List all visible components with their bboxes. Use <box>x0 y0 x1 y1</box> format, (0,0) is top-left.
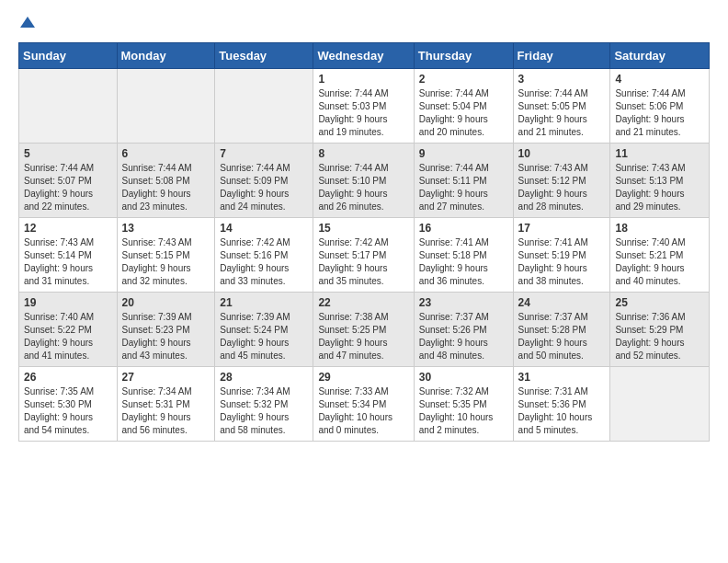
calendar-cell: 3Sunrise: 7:44 AM Sunset: 5:05 PM Daylig… <box>513 69 610 144</box>
day-info: Sunrise: 7:44 AM Sunset: 5:09 PM Dayligh… <box>220 162 308 213</box>
calendar-cell <box>215 69 313 144</box>
day-number: 6 <box>122 147 210 160</box>
day-info: Sunrise: 7:42 AM Sunset: 5:16 PM Dayligh… <box>220 236 308 288</box>
day-info: Sunrise: 7:37 AM Sunset: 5:28 PM Dayligh… <box>518 311 606 362</box>
day-of-week-wednesday: Wednesday <box>313 43 414 69</box>
day-info: Sunrise: 7:43 AM Sunset: 5:13 PM Dayligh… <box>615 162 704 213</box>
day-number: 2 <box>419 73 508 86</box>
day-info: Sunrise: 7:32 AM Sunset: 5:35 PM Dayligh… <box>419 385 508 437</box>
day-of-week-saturday: Saturday <box>610 43 710 69</box>
day-info: Sunrise: 7:34 AM Sunset: 5:32 PM Dayligh… <box>220 385 308 437</box>
calendar-cell: 27Sunrise: 7:34 AM Sunset: 5:31 PM Dayli… <box>117 367 215 442</box>
day-number: 4 <box>615 73 704 86</box>
calendar-cell: 22Sunrise: 7:38 AM Sunset: 5:25 PM Dayli… <box>313 293 414 367</box>
calendar-cell: 9Sunrise: 7:44 AM Sunset: 5:11 PM Daylig… <box>414 144 513 218</box>
calendar-cell: 4Sunrise: 7:44 AM Sunset: 5:06 PM Daylig… <box>610 69 710 144</box>
header <box>18 15 710 33</box>
day-number: 10 <box>518 147 606 160</box>
calendar-cell: 18Sunrise: 7:40 AM Sunset: 5:21 PM Dayli… <box>610 218 710 293</box>
day-of-week-thursday: Thursday <box>414 43 513 69</box>
svg-marker-0 <box>20 17 35 28</box>
day-number: 25 <box>615 296 704 309</box>
day-info: Sunrise: 7:43 AM Sunset: 5:15 PM Dayligh… <box>122 236 210 288</box>
day-of-week-tuesday: Tuesday <box>215 43 313 69</box>
calendar-cell: 11Sunrise: 7:43 AM Sunset: 5:13 PM Dayli… <box>610 144 710 218</box>
calendar-cell: 6Sunrise: 7:44 AM Sunset: 5:08 PM Daylig… <box>117 144 215 218</box>
day-number: 19 <box>24 296 112 309</box>
day-of-week-sunday: Sunday <box>19 43 118 69</box>
calendar-cell: 5Sunrise: 7:44 AM Sunset: 5:07 PM Daylig… <box>19 144 118 218</box>
calendar-cell: 17Sunrise: 7:41 AM Sunset: 5:19 PM Dayli… <box>513 218 610 293</box>
calendar-cell: 23Sunrise: 7:37 AM Sunset: 5:26 PM Dayli… <box>414 293 513 367</box>
logo-icon <box>20 15 35 29</box>
calendar-cell: 30Sunrise: 7:32 AM Sunset: 5:35 PM Dayli… <box>414 367 513 442</box>
calendar-cell: 7Sunrise: 7:44 AM Sunset: 5:09 PM Daylig… <box>215 144 313 218</box>
calendar-cell: 1Sunrise: 7:44 AM Sunset: 5:03 PM Daylig… <box>313 69 414 144</box>
day-info: Sunrise: 7:44 AM Sunset: 5:08 PM Dayligh… <box>122 162 210 213</box>
calendar-cell: 19Sunrise: 7:40 AM Sunset: 5:22 PM Dayli… <box>19 293 118 367</box>
day-info: Sunrise: 7:33 AM Sunset: 5:34 PM Dayligh… <box>318 385 408 437</box>
week-row-3: 12Sunrise: 7:43 AM Sunset: 5:14 PM Dayli… <box>19 218 710 293</box>
calendar-cell: 2Sunrise: 7:44 AM Sunset: 5:04 PM Daylig… <box>414 69 513 144</box>
day-of-week-friday: Friday <box>513 43 610 69</box>
day-info: Sunrise: 7:39 AM Sunset: 5:23 PM Dayligh… <box>122 311 210 362</box>
calendar-cell: 14Sunrise: 7:42 AM Sunset: 5:16 PM Dayli… <box>215 218 313 293</box>
day-info: Sunrise: 7:44 AM Sunset: 5:05 PM Dayligh… <box>518 87 606 139</box>
calendar-cell: 21Sunrise: 7:39 AM Sunset: 5:24 PM Dayli… <box>215 293 313 367</box>
day-number: 8 <box>318 147 408 160</box>
day-info: Sunrise: 7:44 AM Sunset: 5:07 PM Dayligh… <box>24 162 112 213</box>
logo <box>18 15 35 33</box>
page-container: SundayMondayTuesdayWednesdayThursdayFrid… <box>0 0 728 451</box>
day-number: 22 <box>318 296 408 309</box>
day-number: 23 <box>419 296 508 309</box>
day-number: 12 <box>24 222 112 235</box>
day-number: 7 <box>220 147 308 160</box>
calendar-cell: 20Sunrise: 7:39 AM Sunset: 5:23 PM Dayli… <box>117 293 215 367</box>
day-info: Sunrise: 7:35 AM Sunset: 5:30 PM Dayligh… <box>24 385 112 437</box>
day-number: 16 <box>419 222 508 235</box>
calendar-cell <box>610 367 710 442</box>
day-info: Sunrise: 7:42 AM Sunset: 5:17 PM Dayligh… <box>318 236 408 288</box>
day-number: 11 <box>615 147 704 160</box>
calendar-cell <box>19 69 118 144</box>
day-info: Sunrise: 7:44 AM Sunset: 5:10 PM Dayligh… <box>318 162 408 213</box>
day-number: 20 <box>122 296 210 309</box>
week-row-1: 1Sunrise: 7:44 AM Sunset: 5:03 PM Daylig… <box>19 69 710 144</box>
day-info: Sunrise: 7:34 AM Sunset: 5:31 PM Dayligh… <box>122 385 210 437</box>
calendar-cell: 15Sunrise: 7:42 AM Sunset: 5:17 PM Dayli… <box>313 218 414 293</box>
calendar-cell: 25Sunrise: 7:36 AM Sunset: 5:29 PM Dayli… <box>610 293 710 367</box>
calendar-cell: 12Sunrise: 7:43 AM Sunset: 5:14 PM Dayli… <box>19 218 118 293</box>
week-row-4: 19Sunrise: 7:40 AM Sunset: 5:22 PM Dayli… <box>19 293 710 367</box>
day-info: Sunrise: 7:31 AM Sunset: 5:36 PM Dayligh… <box>518 385 606 437</box>
day-of-week-monday: Monday <box>117 43 215 69</box>
calendar-cell: 10Sunrise: 7:43 AM Sunset: 5:12 PM Dayli… <box>513 144 610 218</box>
calendar-body: 1Sunrise: 7:44 AM Sunset: 5:03 PM Daylig… <box>19 69 710 442</box>
day-info: Sunrise: 7:43 AM Sunset: 5:14 PM Dayligh… <box>24 236 112 288</box>
day-number: 14 <box>220 222 308 235</box>
day-info: Sunrise: 7:36 AM Sunset: 5:29 PM Dayligh… <box>615 311 704 362</box>
week-row-5: 26Sunrise: 7:35 AM Sunset: 5:30 PM Dayli… <box>19 367 710 442</box>
day-info: Sunrise: 7:41 AM Sunset: 5:18 PM Dayligh… <box>419 236 508 288</box>
calendar-cell: 24Sunrise: 7:37 AM Sunset: 5:28 PM Dayli… <box>513 293 610 367</box>
week-row-2: 5Sunrise: 7:44 AM Sunset: 5:07 PM Daylig… <box>19 144 710 218</box>
day-number: 31 <box>518 371 606 384</box>
calendar-cell: 13Sunrise: 7:43 AM Sunset: 5:15 PM Dayli… <box>117 218 215 293</box>
day-info: Sunrise: 7:40 AM Sunset: 5:21 PM Dayligh… <box>615 236 704 288</box>
calendar-cell: 31Sunrise: 7:31 AM Sunset: 5:36 PM Dayli… <box>513 367 610 442</box>
day-number: 15 <box>318 222 408 235</box>
day-info: Sunrise: 7:44 AM Sunset: 5:06 PM Dayligh… <box>615 87 704 139</box>
calendar-header: SundayMondayTuesdayWednesdayThursdayFrid… <box>19 43 710 69</box>
day-info: Sunrise: 7:37 AM Sunset: 5:26 PM Dayligh… <box>419 311 508 362</box>
calendar-cell: 8Sunrise: 7:44 AM Sunset: 5:10 PM Daylig… <box>313 144 414 218</box>
day-info: Sunrise: 7:44 AM Sunset: 5:11 PM Dayligh… <box>419 162 508 213</box>
day-number: 27 <box>122 371 210 384</box>
day-info: Sunrise: 7:40 AM Sunset: 5:22 PM Dayligh… <box>24 311 112 362</box>
day-number: 30 <box>419 371 508 384</box>
day-number: 9 <box>419 147 508 160</box>
day-number: 17 <box>518 222 606 235</box>
calendar-table: SundayMondayTuesdayWednesdayThursdayFrid… <box>18 42 710 442</box>
day-info: Sunrise: 7:41 AM Sunset: 5:19 PM Dayligh… <box>518 236 606 288</box>
day-info: Sunrise: 7:44 AM Sunset: 5:03 PM Dayligh… <box>318 87 408 139</box>
day-info: Sunrise: 7:38 AM Sunset: 5:25 PM Dayligh… <box>318 311 408 362</box>
day-number: 28 <box>220 371 308 384</box>
